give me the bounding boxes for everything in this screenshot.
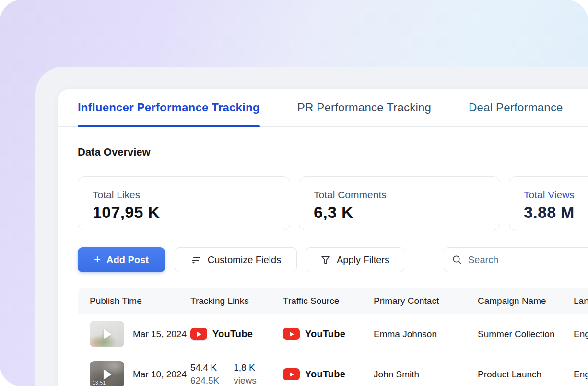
tab-label: PR Performance Tracking <box>297 101 431 114</box>
stats-row: Total Likes 107,95 K Total Comments 6,3 … <box>78 176 588 230</box>
customize-fields-button[interactable]: Customize Fields <box>175 247 297 272</box>
stat-top: 1,8 K <box>234 362 257 373</box>
apply-filters-button[interactable]: Apply Filters <box>306 247 404 272</box>
table-header-row: Publish Time Tracking Links Traffic Sour… <box>78 288 588 314</box>
video-duration: 13:51 <box>93 380 106 386</box>
youtube-icon <box>283 328 300 340</box>
youtube-label: YouTube <box>305 369 345 380</box>
traffic-source-youtube: YouTube <box>283 328 374 340</box>
stat-card-total-likes: Total Likes 107,95 K <box>78 176 290 230</box>
page-title: Data Overview <box>78 146 588 158</box>
primary-contact-cell: Emma Johnson <box>374 329 478 339</box>
customize-fields-icon <box>190 254 202 265</box>
column-header-language: Language <box>574 296 588 306</box>
traffic-source-youtube: YouTube <box>283 368 374 380</box>
language-cell: English <box>574 369 588 380</box>
tracking-links-cell: YouTube <box>190 328 283 340</box>
youtube-icon <box>283 368 300 380</box>
main-card: Influencer Performance Tracking PR Perfo… <box>58 89 588 386</box>
traffic-source-cell: YouTube <box>283 328 374 340</box>
publish-time-cell: Mar 15, 2024 <box>90 321 190 347</box>
toolbar: + Add Post Customize Fields Apply Filter… <box>78 247 588 272</box>
search-input[interactable] <box>468 254 588 265</box>
filter-funnel-icon <box>320 254 331 265</box>
stat-card-total-views: Total Views 3.88 M <box>509 176 588 230</box>
column-header-primary-contact: Primary Contact <box>374 296 478 306</box>
tracking-stat-likes: 54.4 K 624.5K <box>190 362 219 386</box>
publish-date: Mar 10, 2024 <box>133 369 187 380</box>
add-post-label: Add Post <box>106 254 149 265</box>
publish-date: Mar 15, 2024 <box>133 329 187 339</box>
stat-card-total-comments: Total Comments 6,3 K <box>299 176 500 230</box>
campaign-name-cell: Product Launch <box>478 369 574 380</box>
stat-value: 107,95 K <box>93 203 275 222</box>
tab-bar: Influencer Performance Tracking PR Perfo… <box>58 89 588 127</box>
youtube-link[interactable]: YouTube <box>190 328 283 340</box>
stat-bottom: 624.5K <box>190 375 219 386</box>
stat-bottom: views <box>234 375 257 386</box>
primary-contact-cell: John Smith <box>374 369 478 380</box>
tab-label: Deal Performance <box>469 101 563 114</box>
video-thumbnail[interactable]: 13:51 <box>90 361 124 386</box>
add-post-button[interactable]: + Add Post <box>78 247 165 272</box>
content-area: Data Overview Total Likes 107,95 K Total… <box>58 127 588 386</box>
search-box[interactable] <box>444 247 588 272</box>
apply-filters-label: Apply Filters <box>337 254 389 265</box>
tab-influencer-performance-tracking[interactable]: Influencer Performance Tracking <box>78 89 260 126</box>
tracking-stat-views: 1,8 K views <box>234 362 257 386</box>
column-header-campaign-name: Campaign Name <box>478 296 574 306</box>
youtube-icon <box>190 328 207 340</box>
posts-table: Publish Time Tracking Links Traffic Sour… <box>78 288 588 386</box>
publish-time-cell: 13:51 Mar 10, 2024 <box>90 361 190 386</box>
traffic-source-cell: YouTube <box>283 368 374 380</box>
table-row[interactable]: Mar 15, 2024 YouTube YouTube Emma Johnso… <box>78 314 588 354</box>
youtube-label: YouTube <box>212 328 253 339</box>
tracking-links-cell: 54.4 K 624.5K 1,8 K views <box>190 362 283 386</box>
stat-label: Total Views <box>524 189 588 201</box>
campaign-name-cell: Summer Collection <box>478 329 574 339</box>
customize-fields-label: Customize Fields <box>208 254 281 265</box>
play-icon <box>104 329 112 339</box>
search-icon <box>452 254 462 265</box>
column-header-traffic-source: Traffic Source <box>283 296 374 306</box>
column-header-publish-time: Publish Time <box>90 296 190 306</box>
tab-pr-performance-tracking[interactable]: PR Performance Tracking <box>297 89 431 126</box>
plus-icon: + <box>94 253 101 266</box>
stat-label: Total Likes <box>93 189 275 201</box>
tab-label: Influencer Performance Tracking <box>78 101 260 114</box>
stat-value: 3.88 M <box>524 203 588 222</box>
stat-value: 6,3 K <box>314 203 485 222</box>
video-thumbnail[interactable] <box>90 321 124 347</box>
play-icon <box>104 369 112 380</box>
table-row[interactable]: 13:51 Mar 10, 2024 54.4 K 624.5K 1,8 K v… <box>78 354 588 386</box>
tab-deal-performance[interactable]: Deal Performance <box>469 89 563 126</box>
stat-top: 54.4 K <box>190 362 219 373</box>
youtube-label: YouTube <box>305 328 345 339</box>
language-cell: English <box>574 329 588 339</box>
stat-label: Total Comments <box>314 189 485 201</box>
column-header-tracking-links: Tracking Links <box>190 296 283 306</box>
